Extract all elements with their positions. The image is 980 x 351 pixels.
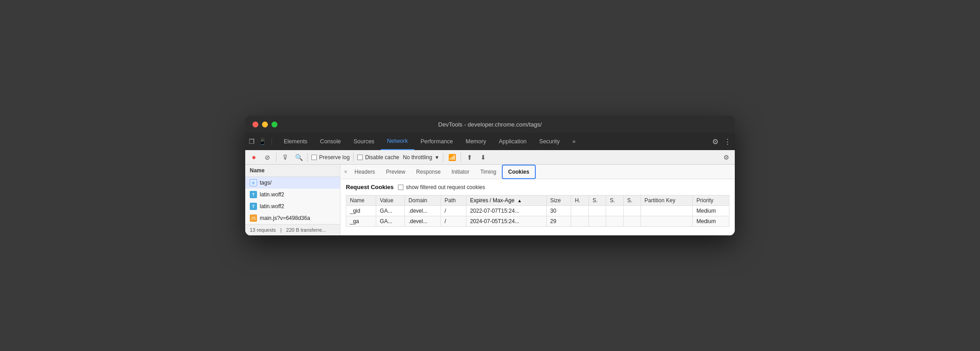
- toolbar-separator-2: [307, 153, 308, 162]
- maximize-button[interactable]: [272, 122, 277, 127]
- cell-path: /: [441, 216, 466, 227]
- transfer-size: 220 B transferre...: [286, 227, 326, 233]
- cell-partition_key: [640, 206, 693, 216]
- search-icon[interactable]: 🔍: [294, 152, 304, 162]
- tab-network[interactable]: Network: [381, 133, 414, 150]
- js-icon: JS: [250, 214, 257, 222]
- table-row[interactable]: _gaGA....devel.../2024-07-05T15:24...29M…: [346, 216, 729, 227]
- col-domain[interactable]: Domain: [405, 195, 441, 206]
- cookies-table: Name Value Domain Path Expires / Max-Age…: [346, 195, 729, 227]
- window-title: DevTools - developer.chrome.com/tags/: [438, 121, 542, 128]
- tab-response[interactable]: Response: [411, 165, 446, 179]
- tabs-right-icons: ⚙ ⋮: [712, 137, 731, 146]
- main-content: Name ≡ tags/ T latin.woff2 T latin.woff2…: [245, 165, 735, 235]
- cell-s1: [589, 206, 606, 216]
- col-h[interactable]: H.: [571, 195, 589, 206]
- col-expires[interactable]: Expires / Max-Age ▲: [466, 195, 546, 206]
- preserve-log-checkbox[interactable]: [311, 155, 317, 160]
- tab-headers[interactable]: Headers: [349, 165, 380, 179]
- col-s3[interactable]: S.: [623, 195, 640, 206]
- show-filtered-label[interactable]: show filtered out request cookies: [398, 184, 485, 190]
- title-bar: DevTools - developer.chrome.com/tags/: [245, 116, 735, 133]
- wifi-icon[interactable]: 📶: [447, 152, 457, 162]
- sidebar-item-latin1[interactable]: T latin.woff2: [245, 189, 340, 200]
- cell-partition_key: [640, 216, 693, 227]
- network-toolbar: ● ⊘ ⊽ 🔍 Preserve log Disable cache No th…: [245, 150, 735, 165]
- throttle-arrow: ▼: [434, 155, 439, 160]
- more-options-icon[interactable]: ⋮: [724, 137, 731, 146]
- tab-cookies[interactable]: Cookies: [502, 165, 536, 179]
- col-path[interactable]: Path: [441, 195, 466, 206]
- tab-sources[interactable]: Sources: [347, 133, 381, 150]
- cell-s3: [623, 216, 640, 227]
- col-priority[interactable]: Priority: [693, 195, 729, 206]
- tab-performance[interactable]: Performance: [414, 133, 460, 150]
- tab-memory[interactable]: Memory: [459, 133, 492, 150]
- devtools-body: ❐ 📱 Elements Console Sources Network Per…: [245, 133, 735, 235]
- download-icon[interactable]: ⬇: [478, 152, 488, 162]
- request-count: 13 requests: [250, 227, 276, 233]
- device-icon[interactable]: 📱: [258, 138, 266, 145]
- block-icon[interactable]: ⊘: [262, 152, 272, 162]
- tab-preview[interactable]: Preview: [380, 165, 411, 179]
- inspect-icon[interactable]: ❐: [249, 138, 255, 145]
- disable-cache-label[interactable]: Disable cache: [357, 154, 399, 161]
- devtools-window: DevTools - developer.chrome.com/tags/ ❐ …: [245, 116, 735, 235]
- main-tabs: Elements Console Sources Network Perform…: [277, 133, 712, 150]
- show-filtered-checkbox[interactable]: [398, 185, 403, 190]
- settings-icon[interactable]: ⚙: [712, 137, 718, 146]
- sidebar-item-name: tags/: [260, 180, 335, 186]
- upload-icon[interactable]: ⬆: [465, 152, 475, 162]
- tab-security[interactable]: Security: [533, 133, 566, 150]
- tab-console[interactable]: Console: [314, 133, 347, 150]
- traffic-lights: [252, 122, 277, 127]
- tab-initiator[interactable]: Initiator: [446, 165, 475, 179]
- network-sidebar: Name ≡ tags/ T latin.woff2 T latin.woff2…: [245, 165, 340, 235]
- sidebar-item-latin2[interactable]: T latin.woff2: [245, 200, 340, 212]
- throttling-selector[interactable]: No throttling ▼: [403, 154, 440, 161]
- record-button[interactable]: ●: [249, 152, 259, 162]
- tab-elements[interactable]: Elements: [277, 133, 314, 150]
- font-icon-2: T: [250, 203, 257, 210]
- devtools-icons: ❐ 📱: [249, 138, 272, 145]
- col-size[interactable]: Size: [546, 195, 571, 206]
- font-icon-1: T: [250, 191, 257, 198]
- cell-size: 30: [546, 206, 571, 216]
- cell-priority: Medium: [693, 216, 729, 227]
- cell-path: /: [441, 206, 466, 216]
- cell-h: [571, 206, 589, 216]
- network-settings-icon[interactable]: ⚙: [721, 152, 731, 162]
- cell-size: 29: [546, 216, 571, 227]
- panel-tabs: × Headers Preview Response Initiator Tim…: [340, 165, 735, 179]
- preserve-log-label[interactable]: Preserve log: [311, 154, 349, 161]
- disable-cache-checkbox[interactable]: [357, 155, 363, 160]
- cell-domain: .devel...: [405, 216, 441, 227]
- cell-name: _gid: [346, 206, 376, 216]
- footer-sep: |: [280, 227, 281, 233]
- tab-more[interactable]: »: [566, 133, 582, 150]
- tab-timing[interactable]: Timing: [475, 165, 502, 179]
- sidebar-item-mainjs[interactable]: JS main.js?v=6498d36a: [245, 212, 340, 224]
- cell-expires: 2022-07-07T15:24...: [466, 206, 546, 216]
- filter-icon[interactable]: ⊽: [280, 152, 290, 162]
- table-header-row: Name Value Domain Path Expires / Max-Age…: [346, 195, 729, 206]
- table-row[interactable]: _gidGA....devel.../2022-07-07T15:24...30…: [346, 206, 729, 216]
- col-name[interactable]: Name: [346, 195, 376, 206]
- close-button[interactable]: [252, 122, 258, 127]
- cookies-content: Request Cookies show filtered out reques…: [340, 179, 735, 235]
- request-panel: × Headers Preview Response Initiator Tim…: [340, 165, 735, 235]
- col-s2[interactable]: S.: [606, 195, 623, 206]
- sidebar-item-tags[interactable]: ≡ tags/: [245, 177, 340, 189]
- col-value[interactable]: Value: [376, 195, 405, 206]
- cell-value: GA...: [376, 216, 405, 227]
- panel-close-button[interactable]: ×: [342, 169, 349, 175]
- col-partition-key[interactable]: Partition Key: [640, 195, 693, 206]
- sidebar-item-name: latin.woff2: [260, 191, 335, 198]
- toolbar-separator-3: [353, 153, 354, 162]
- col-s1[interactable]: S.: [589, 195, 606, 206]
- minimize-button[interactable]: [262, 122, 268, 127]
- tabs-bar: ❐ 📱 Elements Console Sources Network Per…: [245, 133, 735, 150]
- sidebar-header: Name: [245, 165, 340, 177]
- cell-s2: [606, 206, 623, 216]
- tab-application[interactable]: Application: [492, 133, 533, 150]
